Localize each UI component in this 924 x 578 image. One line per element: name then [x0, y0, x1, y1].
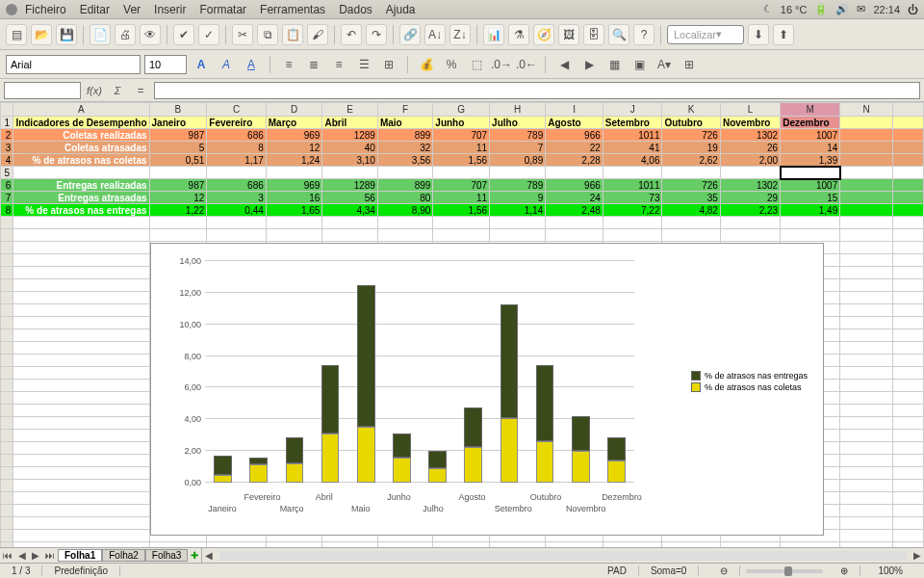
autospell-icon[interactable]: ✓ — [198, 24, 219, 45]
row-header[interactable] — [1, 292, 13, 304]
column-header[interactable]: D — [266, 103, 322, 117]
cell[interactable]: 1302 — [720, 179, 780, 192]
column-header[interactable]: A — [13, 103, 149, 117]
tab-prev-icon[interactable]: ◀ — [15, 550, 29, 561]
row-header[interactable]: 6 — [1, 179, 13, 192]
column-header[interactable] — [1, 103, 13, 117]
cell[interactable]: % de atrasos nas coletas — [13, 154, 149, 167]
cell[interactable]: 29 — [720, 192, 780, 204]
zoom-control[interactable]: ⊖ ⊕ 100% — [699, 565, 924, 576]
cell[interactable]: Setembro — [603, 117, 662, 129]
column-header[interactable]: F — [377, 103, 432, 117]
menu-file[interactable]: Ficheiro — [25, 3, 66, 16]
cell[interactable]: 35 — [662, 192, 720, 204]
find-prev-icon[interactable]: ⬆ — [773, 24, 794, 45]
cell[interactable]: 2,28 — [546, 154, 603, 167]
status-insert-mode[interactable]: PAD — [596, 565, 639, 576]
column-header[interactable]: E — [322, 103, 377, 117]
cell[interactable]: 1,39 — [781, 154, 840, 167]
column-header[interactable]: H — [490, 103, 546, 117]
cell[interactable] — [13, 304, 149, 317]
row-header[interactable] — [1, 467, 13, 480]
cell[interactable] — [662, 167, 720, 179]
cell[interactable]: 0,44 — [207, 204, 266, 217]
cell[interactable] — [720, 167, 780, 179]
row-header[interactable] — [1, 492, 13, 505]
shutdown-icon[interactable]: ⏻ — [908, 4, 918, 15]
cell[interactable] — [322, 167, 377, 179]
row-header[interactable] — [1, 380, 13, 392]
cell[interactable] — [433, 217, 490, 229]
formula-input[interactable] — [154, 82, 920, 99]
column-header[interactable]: C — [207, 103, 266, 117]
cell[interactable] — [266, 229, 322, 242]
cell[interactable]: 966 — [546, 179, 603, 192]
hyperlink-icon[interactable]: 🔗 — [399, 24, 421, 45]
undo-icon[interactable]: ↶ — [341, 24, 362, 45]
menu-tools[interactable]: Ferramentas — [260, 3, 325, 16]
cell[interactable] — [13, 455, 149, 467]
column-header[interactable]: I — [546, 103, 603, 117]
cell[interactable] — [840, 380, 893, 392]
cell[interactable]: 15 — [781, 192, 840, 204]
column-header[interactable]: J — [603, 103, 662, 117]
cell[interactable] — [781, 229, 840, 242]
percent-icon[interactable]: % — [441, 54, 462, 75]
cell[interactable]: 899 — [377, 179, 432, 192]
row-header[interactable]: 8 — [1, 204, 13, 217]
cell[interactable]: 19 — [662, 142, 720, 154]
cell[interactable] — [266, 217, 322, 229]
cell[interactable] — [13, 417, 149, 430]
cell[interactable] — [840, 229, 893, 242]
increase-indent-icon[interactable]: ▶ — [578, 54, 600, 75]
sheet-tab-3[interactable]: Folha3 — [145, 549, 189, 562]
cell[interactable] — [13, 392, 149, 405]
name-box[interactable] — [4, 82, 81, 99]
cell[interactable] — [662, 217, 720, 229]
row-header[interactable] — [1, 217, 13, 229]
row-header[interactable]: 1 — [1, 117, 13, 129]
cell[interactable] — [13, 254, 149, 267]
cell[interactable] — [490, 217, 546, 229]
font-size-input[interactable] — [144, 55, 187, 74]
cell[interactable]: 56 — [322, 192, 377, 204]
hscroll-right-icon[interactable]: ▶ — [911, 550, 924, 561]
decrease-indent-icon[interactable]: ◀ — [553, 54, 575, 75]
paste-icon[interactable]: 📋 — [282, 24, 303, 45]
row-header[interactable] — [1, 254, 13, 267]
row-header[interactable] — [1, 367, 13, 380]
cell[interactable]: 969 — [266, 179, 322, 192]
fontcolor-icon[interactable]: A▾ — [654, 54, 675, 75]
cell[interactable]: Entregas realizadas — [13, 179, 149, 192]
embedded-chart[interactable]: 0,002,004,006,008,0010,0012,0014,00Janei… — [150, 243, 824, 536]
row-header[interactable]: 7 — [1, 192, 13, 204]
cell[interactable] — [840, 355, 893, 367]
cell[interactable] — [840, 367, 893, 380]
cell[interactable]: 686 — [207, 129, 266, 142]
cell[interactable] — [840, 430, 893, 442]
add-sheet-icon[interactable]: ✚ — [188, 550, 201, 561]
cell[interactable] — [840, 217, 893, 229]
cell[interactable]: 11 — [433, 142, 490, 154]
cell[interactable] — [13, 530, 149, 542]
cell[interactable] — [840, 530, 893, 542]
cell[interactable]: 1011 — [603, 179, 662, 192]
cell[interactable]: 41 — [603, 142, 662, 154]
cell[interactable]: 789 — [490, 129, 546, 142]
grid-icon[interactable]: ⊞ — [679, 54, 700, 75]
align-center-icon[interactable]: ≣ — [303, 54, 324, 75]
sheet-tab-2[interactable]: Folha2 — [102, 549, 145, 562]
cell[interactable]: Coletas atrasadas — [13, 142, 149, 154]
cell[interactable] — [840, 455, 893, 467]
cell[interactable] — [840, 254, 893, 267]
row-header[interactable] — [1, 417, 13, 430]
cell[interactable]: Entregas atrasadas — [13, 192, 149, 204]
format-paint-icon[interactable]: 🖌 — [307, 24, 328, 45]
cell[interactable] — [433, 167, 490, 179]
cell[interactable] — [840, 392, 893, 405]
cell[interactable]: Maio — [377, 117, 432, 129]
cell[interactable] — [840, 505, 893, 517]
column-header[interactable]: M — [781, 103, 840, 117]
borders-icon[interactable]: ▦ — [603, 54, 625, 75]
row-header[interactable] — [1, 304, 13, 317]
